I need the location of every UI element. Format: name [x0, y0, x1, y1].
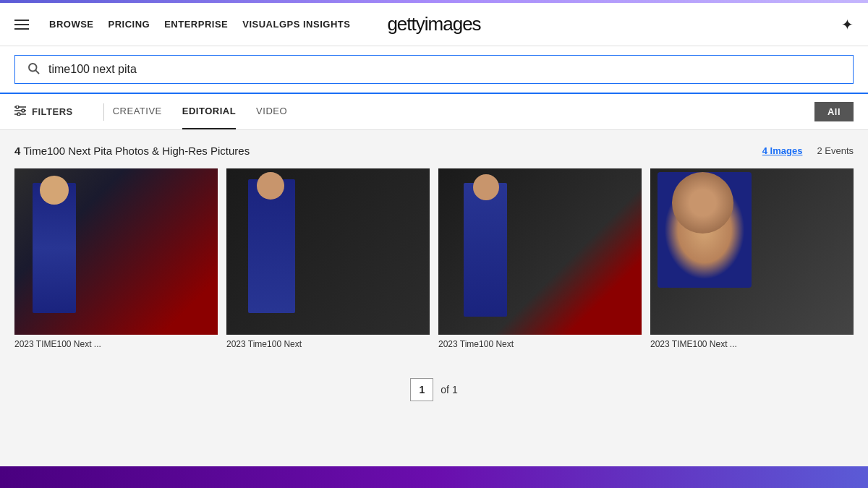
image-card-3[interactable]: 2023 Time100 Next: [438, 168, 642, 349]
image-card-4[interactable]: 2023 TIME100 Next ...: [650, 168, 854, 349]
page-of-total: of 1: [441, 384, 457, 395]
main-content: 4 Time100 Next Pita Photos & High-Res Pi…: [0, 130, 868, 408]
tab-group: CREATIVE EDITORIAL VIDEO: [113, 94, 814, 129]
nav-pricing[interactable]: PRICING: [109, 19, 150, 30]
image-thumbnail-4: [650, 168, 854, 335]
image-card-2[interactable]: 2023 Time100 Next: [226, 168, 430, 349]
svg-point-7: [17, 113, 20, 116]
search-container: [0, 46, 868, 94]
all-button[interactable]: All: [814, 102, 854, 121]
image-thumbnail-2: [226, 168, 430, 335]
image-thumbnail-1: [14, 168, 218, 335]
filter-icon: [14, 106, 26, 118]
image-caption-4: 2023 TIME100 Next ...: [650, 339, 854, 349]
filter-bar: FILTERS CREATIVE EDITORIAL VIDEO All: [0, 94, 868, 130]
tab-creative[interactable]: CREATIVE: [113, 94, 162, 129]
header: BROWSE PRICING ENTERPRISE VisualGPS INSI…: [0, 3, 868, 46]
logo-light: images: [425, 13, 481, 35]
image-caption-3: 2023 Time100 Next: [438, 339, 642, 349]
logo-bold: getty: [387, 13, 424, 35]
svg-line-1: [35, 70, 38, 73]
results-count: 4: [14, 145, 20, 157]
search-bar: [14, 55, 854, 84]
filters-button[interactable]: FILTERS: [14, 106, 73, 118]
current-page[interactable]: 1: [410, 378, 433, 401]
image-thumbnail-3: [438, 168, 642, 335]
hamburger-menu[interactable]: [14, 20, 29, 30]
site-logo[interactable]: gettyimages: [387, 13, 480, 35]
images-filter-link[interactable]: 4 Images: [762, 145, 803, 156]
search-icon: [27, 61, 40, 77]
results-actions: 4 Images 2 Events: [762, 145, 854, 156]
tab-video[interactable]: VIDEO: [256, 94, 287, 129]
image-grid: 2023 TIME100 Next ... 2023 Time100 Next …: [14, 168, 854, 349]
divider: [103, 103, 104, 121]
sparkle-icon[interactable]: ✦: [841, 17, 854, 33]
nav-enterprise[interactable]: ENTERPRISE: [164, 19, 228, 30]
filters-label: FILTERS: [32, 106, 73, 117]
header-right: ✦: [841, 16, 854, 33]
tab-editorial[interactable]: EDITORIAL: [182, 94, 236, 129]
results-header: 4 Time100 Next Pita Photos & High-Res Pi…: [14, 145, 854, 157]
svg-point-6: [22, 109, 25, 112]
search-input[interactable]: [48, 63, 841, 76]
results-query: Time100 Next Pita: [23, 145, 115, 157]
header-left: BROWSE PRICING ENTERPRISE VisualGPS INSI…: [14, 19, 350, 30]
footer-bar: [0, 466, 868, 488]
nav-browse[interactable]: BROWSE: [49, 19, 94, 30]
results-title: 4 Time100 Next Pita Photos & High-Res Pi…: [14, 145, 250, 157]
svg-point-5: [16, 106, 19, 108]
image-card-1[interactable]: 2023 TIME100 Next ...: [14, 168, 218, 349]
events-filter-link[interactable]: 2 Events: [817, 145, 854, 156]
results-suffix: Photos & High-Res Pictures: [115, 145, 250, 157]
image-caption-2: 2023 Time100 Next: [226, 339, 430, 349]
nav-visualgps[interactable]: VisualGPS INSIGHTS: [242, 19, 350, 30]
image-caption-1: 2023 TIME100 Next ...: [14, 339, 218, 349]
pagination: 1 of 1: [14, 364, 854, 408]
main-nav: BROWSE PRICING ENTERPRISE VisualGPS INSI…: [49, 19, 350, 30]
